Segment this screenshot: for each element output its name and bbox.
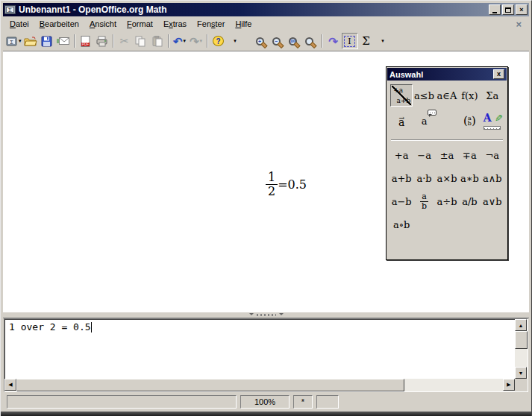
ruler-icon — [484, 126, 501, 130]
formula-fraction: 1 2 — [266, 171, 278, 198]
scroll-up-icon: ▲ — [519, 323, 524, 328]
symbol-a-circ-b[interactable]: a∘b — [390, 213, 413, 236]
zoom-100-icon: 100 — [289, 37, 297, 45]
toolbar-separator — [322, 34, 323, 48]
zoom-in-icon: + — [256, 37, 264, 45]
horizontal-scroll-thumb[interactable] — [16, 379, 404, 391]
scroll-right-button[interactable]: ▶ — [503, 379, 515, 391]
symbol-a-minus-b[interactable]: a−b — [390, 190, 413, 213]
view-splitter[interactable] — [3, 312, 529, 318]
symbol-a-plus-b[interactable]: a+b — [390, 167, 413, 190]
horizontal-scroll-track[interactable] — [404, 379, 503, 391]
vertical-scroll-track[interactable] — [515, 349, 528, 367]
symbol-a-and-b[interactable]: a∧b — [481, 167, 504, 190]
menu-datei[interactable]: Datei — [4, 18, 34, 30]
status-zoom-panel[interactable]: 100% — [240, 395, 290, 409]
zoom-out-button[interactable]: − — [270, 33, 287, 49]
rendered-formula[interactable]: 1 2 =0.5 — [266, 171, 307, 198]
minimize-button[interactable] — [489, 4, 501, 15]
symbol-a-div-b[interactable]: a÷b — [436, 190, 458, 213]
close-icon: × — [519, 6, 523, 13]
undo-dropdown-icon[interactable]: ▾ — [184, 38, 187, 44]
category-formats[interactable]: A ✎ — [481, 110, 504, 132]
status-info-panel — [7, 395, 237, 409]
open-button[interactable] — [22, 33, 39, 49]
symbol-a-ast-b[interactable]: a∗b — [458, 167, 481, 190]
command-window: 1 over 2 = 0.5 ▲ ▼ ◀ ▶ — [4, 318, 528, 392]
redo-button[interactable]: ↷▾ — [188, 33, 204, 49]
toolbar-separator — [113, 34, 114, 48]
copy-button[interactable] — [133, 33, 149, 49]
cut-icon: ✂ — [120, 35, 129, 47]
window-bottom-edge — [1, 412, 531, 416]
zoom-in-button[interactable]: + — [254, 33, 270, 49]
vertical-scroll-thumb[interactable] — [515, 331, 528, 349]
symbol-a-slash-b[interactable]: a/b — [458, 190, 481, 213]
category-relations[interactable]: a≤b — [413, 84, 435, 107]
symbol-plusminus-a[interactable]: ±a — [436, 144, 458, 167]
symbol-a-or-b[interactable]: a∨b — [481, 190, 504, 213]
category-brackets[interactable]: ( ab ) — [458, 110, 481, 132]
category-unary-binary-operators[interactable]: +a a+b — [390, 84, 413, 107]
save-button[interactable] — [39, 33, 55, 49]
scroll-down-button[interactable]: ▼ — [515, 367, 527, 379]
palette-title: Auswahl — [389, 70, 423, 79]
menu-ansicht[interactable]: Ansicht — [84, 18, 122, 30]
symbol-plus-a[interactable]: +a — [390, 144, 413, 167]
zoom-100-button[interactable]: 100 — [287, 33, 303, 49]
cut-button[interactable]: ✂ — [116, 33, 133, 49]
status-extra-panel — [316, 395, 339, 409]
redo-dropdown-icon[interactable]: ▾ — [200, 38, 203, 44]
main-toolbar: Σ ▾ — [3, 31, 529, 51]
category-attributes[interactable]: → a — [390, 110, 413, 132]
menu-hilfe[interactable]: Hilfe — [230, 18, 257, 30]
command-input[interactable]: 1 over 2 = 0.5 — [4, 319, 515, 379]
toolbar-separator — [74, 34, 75, 48]
maximize-button[interactable] — [502, 4, 514, 15]
symbol-a-over-b[interactable]: a b — [413, 190, 435, 213]
email-button[interactable] — [55, 33, 72, 49]
menu-bearbeiten[interactable]: Bearbeiten — [34, 18, 84, 30]
fraction-denominator: 2 — [266, 184, 278, 198]
category-misc[interactable]: a — [413, 110, 435, 132]
new-document-button[interactable]: Σ ▾ — [5, 33, 22, 49]
category-operators[interactable]: Σa — [481, 84, 504, 107]
splitter-handle-icon[interactable] — [249, 313, 284, 318]
symbol-a-times-b[interactable]: a×b — [436, 167, 458, 190]
title-bar: Σ Unbenannt1 - OpenOffice.org Math × — [3, 3, 529, 16]
menu-format[interactable]: Format — [122, 18, 158, 30]
command-vertical-scrollbar[interactable]: ▲ ▼ — [515, 319, 528, 379]
formula-cursor-toggle[interactable]: I — [342, 33, 358, 49]
a-over-b-icon: a b — [420, 192, 428, 210]
help-icon: ? — [213, 36, 224, 46]
paste-button[interactable] — [149, 33, 166, 49]
new-dropdown-icon[interactable]: ▾ — [19, 38, 22, 44]
category-set-operations[interactable]: a∈A — [436, 84, 458, 107]
toolbar-options-button-2[interactable]: ▾ — [375, 33, 391, 49]
menu-extras[interactable]: Extras — [158, 18, 192, 30]
symbols-catalog-button[interactable]: Σ — [358, 33, 375, 49]
palette-title-bar[interactable]: Auswahl x — [387, 68, 507, 81]
symbol-minusplus-a[interactable]: ∓a — [458, 144, 481, 167]
command-horizontal-scrollbar[interactable]: ◀ ▶ — [4, 379, 515, 391]
document-close-button[interactable]: × — [510, 19, 528, 30]
help-button[interactable]: ? — [210, 33, 227, 49]
scroll-left-button[interactable]: ◀ — [4, 379, 16, 391]
print-button[interactable] — [94, 33, 110, 49]
zoom-page-button[interactable] — [303, 33, 319, 49]
export-pdf-button[interactable]: PDF — [78, 33, 94, 49]
refresh-button[interactable]: ↷ — [325, 33, 342, 49]
palette-close-button[interactable]: x — [493, 69, 504, 79]
formula-view[interactable]: 1 2 =0.5 Auswahl x +a a+b a≤b — [3, 51, 529, 312]
undo-button[interactable]: ↶▾ — [172, 33, 188, 49]
category-functions[interactable]: f(x) — [458, 84, 481, 107]
menu-fenster[interactable]: Fenster — [192, 18, 230, 30]
splitter-dots-icon — [257, 314, 276, 316]
symbol-a-cdot-b[interactable]: a·b — [413, 167, 435, 190]
symbol-not-a[interactable]: ¬a — [481, 144, 504, 167]
symbol-minus-a[interactable]: −a — [413, 144, 435, 167]
close-button[interactable]: × — [516, 4, 528, 15]
scroll-up-button[interactable]: ▲ — [515, 319, 527, 331]
save-floppy-icon — [41, 36, 52, 47]
toolbar-options-button[interactable]: ▾ — [227, 33, 243, 49]
